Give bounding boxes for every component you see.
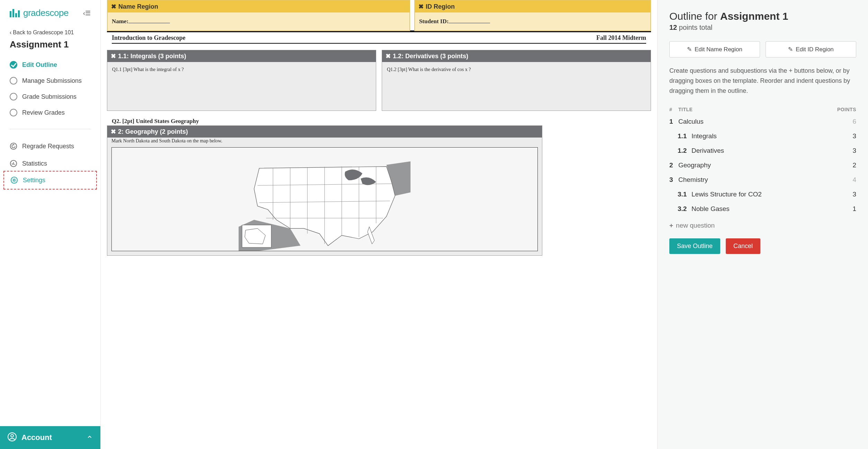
logo-text: gradescope <box>23 8 69 18</box>
close-icon[interactable]: ✖ <box>111 3 116 10</box>
question-header-label: 1.2: Derivatives (3 points) <box>393 53 468 60</box>
nav-regrade-requests[interactable]: Regrade Requests <box>10 138 91 155</box>
question-header-label: 1.1: Integrals (3 points) <box>118 53 186 60</box>
map-caption: Mark North Dakota and South Dakota on th… <box>107 138 542 144</box>
nav-label: Regrade Requests <box>22 143 74 150</box>
statistics-icon <box>10 160 17 167</box>
sidebar-collapse-button[interactable]: ‹☰ <box>83 9 91 17</box>
step-label: Grade Submissions <box>22 93 76 100</box>
panel-title-prefix: Outline for <box>669 10 720 22</box>
panel-title-assignment: Assignment 1 <box>720 10 788 22</box>
row-number: 3 <box>669 176 678 184</box>
nav-label: Statistics <box>22 160 47 167</box>
new-question-button[interactable]: + new question <box>669 216 856 238</box>
template-canvas[interactable]: ✖ Name Region Name: ✖ ID Region Student … <box>100 0 658 449</box>
account-icon <box>8 432 17 443</box>
col-header-title: TITLE <box>678 107 832 112</box>
outline-row[interactable]: 1Calculus6 <box>669 114 856 129</box>
plus-icon: + <box>669 222 673 229</box>
thin-rule <box>112 43 646 44</box>
points-total-value: 12 <box>669 24 677 31</box>
outline-row[interactable]: 3.2Noble Gases1 <box>669 202 856 216</box>
row-number: 2 <box>669 161 678 169</box>
doc-title-left: Introduction to Gradescope <box>112 34 186 42</box>
logo[interactable]: gradescope ‹☰ <box>10 8 91 18</box>
outline-panel: Outline for Assignment 1 12 points total… <box>658 0 868 449</box>
circle-icon <box>10 109 17 116</box>
step-manage-submissions[interactable]: Manage Submissions <box>10 73 91 89</box>
gear-icon <box>10 176 18 184</box>
account-label: Account <box>21 433 52 442</box>
row-number: 3.2 <box>678 205 691 213</box>
row-title: Calculus <box>678 118 832 125</box>
close-icon[interactable]: ✖ <box>418 3 424 10</box>
check-circle-icon <box>10 61 17 69</box>
outline-rows: 1Calculus61.1Integrals31.2Derivatives32G… <box>669 114 856 216</box>
name-region-box[interactable]: ✖ Name Region Name: <box>107 0 410 31</box>
row-number: 3.1 <box>678 191 691 198</box>
step-label: Edit Outline <box>22 61 57 69</box>
logo-bars-icon <box>10 9 20 17</box>
row-number: 1.2 <box>678 147 691 155</box>
region-header-label: ID Region <box>426 3 455 10</box>
regrade-icon <box>10 142 17 150</box>
row-number: 1 <box>669 118 678 125</box>
svg-point-5 <box>11 434 13 437</box>
outline-row[interactable]: 3.1Lewis Structure for CO23 <box>669 187 856 202</box>
row-points: 1 <box>832 205 856 213</box>
outline-row[interactable]: 3Chemistry4 <box>669 173 856 187</box>
row-title: Noble Gases <box>691 205 832 213</box>
save-outline-button[interactable]: Save Outline <box>669 238 720 254</box>
chevron-up-icon <box>87 434 93 441</box>
panel-title: Outline for Assignment 1 <box>669 10 856 22</box>
question-box-1-2[interactable]: ✖ 1.2: Derivatives (3 points) Q1.2 [3pt]… <box>382 50 651 111</box>
button-label: Edit ID Region <box>796 46 834 53</box>
outline-row[interactable]: 1.1Integrals3 <box>669 129 856 143</box>
edit-id-region-button[interactable]: ✎ Edit ID Region <box>766 41 856 58</box>
question-box-2[interactable]: ✖ 2: Geography (2 points) Mark North Dak… <box>107 125 542 256</box>
step-grade-submissions[interactable]: Grade Submissions <box>10 89 91 105</box>
back-link[interactable]: ‹ Back to Gradescope 101 <box>10 29 91 36</box>
outline-row[interactable]: 1.2Derivatives3 <box>669 143 856 158</box>
question-box-1-1[interactable]: ✖ 1.1: Integrals (3 points) Q1.1 [3pt] W… <box>107 50 376 111</box>
nav-settings[interactable]: Settings <box>3 171 97 190</box>
circle-icon <box>10 93 17 100</box>
circle-icon <box>10 77 17 85</box>
pencil-icon: ✎ <box>788 46 793 53</box>
close-icon[interactable]: ✖ <box>111 52 116 60</box>
sidebar: gradescope ‹☰ ‹ Back to Gradescope 101 A… <box>0 0 100 449</box>
id-field-label: Student ID: <box>419 18 449 25</box>
chevron-left-icon: ‹ <box>10 29 11 36</box>
row-title: Chemistry <box>678 176 832 184</box>
row-points: 2 <box>832 161 856 169</box>
outline-row[interactable]: 2Geography2 <box>669 158 856 173</box>
name-field-label: Name: <box>112 18 128 25</box>
step-review-grades[interactable]: Review Grades <box>10 105 91 121</box>
doc-title-row: Introduction to Gradescope Fall 2014 Mid… <box>107 32 651 43</box>
question-header-label: 2: Geography (2 points) <box>118 128 188 135</box>
row-title: Integrals <box>691 132 832 140</box>
step-edit-outline[interactable]: Edit Outline <box>10 57 91 73</box>
cancel-button[interactable]: Cancel <box>726 238 760 254</box>
edit-name-region-button[interactable]: ✎ Edit Name Region <box>669 41 760 58</box>
question-body-text: Q1.2 [3pt] What is the derivative of cos… <box>382 62 651 111</box>
step-label: Review Grades <box>22 109 65 116</box>
svg-point-3 <box>13 179 15 181</box>
account-bar[interactable]: Account <box>0 426 100 449</box>
us-map <box>111 147 538 251</box>
nav-statistics[interactable]: Statistics <box>10 155 91 172</box>
id-region-box[interactable]: ✖ ID Region Student ID: <box>414 0 651 31</box>
assignment-title: Assignment 1 <box>10 39 91 50</box>
region-header-label: Name Region <box>118 3 158 10</box>
points-total: 12 points total <box>669 24 856 32</box>
question-body-text: Q1.1 [3pt] What is the integral of x ? <box>107 62 376 111</box>
row-title: Geography <box>678 161 832 169</box>
row-title: Derivatives <box>691 147 832 155</box>
close-icon[interactable]: ✖ <box>111 128 116 135</box>
new-question-label: new question <box>676 222 715 229</box>
step-label: Manage Submissions <box>22 77 82 85</box>
col-header-points: POINTS <box>832 107 856 112</box>
points-total-suffix: points total <box>677 24 712 31</box>
row-points: 3 <box>832 132 856 140</box>
close-icon[interactable]: ✖ <box>386 52 391 60</box>
